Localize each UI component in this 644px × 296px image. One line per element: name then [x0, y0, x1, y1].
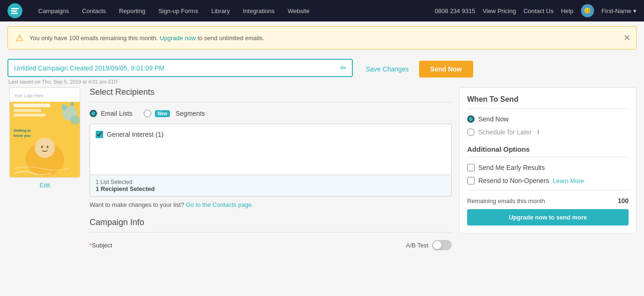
- svg-point-11: [35, 138, 55, 158]
- email-list-box: General Interest (1): [90, 124, 452, 175]
- send-now-label: Send Now: [478, 115, 509, 123]
- campaign-preview-thumbnail: Your Logo Here: [9, 87, 80, 178]
- send-now-option[interactable]: Send Now: [467, 115, 629, 123]
- segments-option[interactable]: New Segments: [144, 110, 205, 117]
- recipients-radio-group: Email Lists New Segments: [90, 110, 452, 117]
- selected-count: 1 List Selected: [96, 179, 446, 185]
- contacts-link-text: Want to make changes to your list? Go to…: [90, 201, 452, 208]
- subject-label: *Subject: [90, 242, 112, 249]
- alert-banner: ⚠ You only have 100 emails remaining thi…: [7, 26, 637, 49]
- nav-signup-forms[interactable]: Sign-up Forms: [152, 0, 204, 21]
- select-recipients-section: Select Recipients Email Lists New Segmen…: [90, 87, 452, 208]
- main-content: Your Logo Here: [0, 87, 644, 258]
- nav-contacts[interactable]: Contacts: [76, 0, 112, 21]
- save-changes-button[interactable]: Save Changes: [360, 62, 414, 77]
- nav-library[interactable]: Library: [205, 0, 237, 21]
- contacts-page-link[interactable]: Go to the Contacts page.: [186, 201, 253, 208]
- remaining-label: Remaining emails this month: [467, 197, 545, 204]
- svg-point-13: [47, 146, 49, 148]
- ab-test-toggle[interactable]: [432, 240, 452, 250]
- send-early-results-checkbox[interactable]: [467, 164, 475, 171]
- segments-radio[interactable]: [144, 110, 151, 117]
- nav-website[interactable]: Website: [281, 0, 316, 21]
- list-item: General Interest (1): [95, 129, 447, 140]
- nav-phone[interactable]: 0808 234 9315: [435, 7, 476, 14]
- svg-text:Getting to: Getting to: [14, 128, 31, 133]
- nav-campaigns[interactable]: Campaigns: [32, 0, 76, 21]
- upgrade-link[interactable]: Upgrade now: [160, 35, 196, 42]
- email-lists-label: Email Lists: [101, 110, 133, 117]
- logo[interactable]: [7, 3, 22, 18]
- right-panel: When To Send Send Now Schedule for Later…: [459, 87, 637, 233]
- user-avatar: 😊: [581, 4, 594, 17]
- header-actions: Save Changes Send Now: [360, 61, 473, 78]
- user-menu[interactable]: First-Name ▾: [602, 7, 637, 14]
- toggle-knob: [433, 241, 441, 249]
- new-badge: New: [155, 110, 170, 117]
- svg-point-6: [70, 115, 80, 125]
- send-early-results-row: Send Me Early Results: [467, 164, 629, 171]
- svg-text:know you: know you: [14, 134, 31, 138]
- segments-label: Segments: [175, 110, 205, 117]
- chevron-down-icon: ▾: [633, 7, 637, 14]
- schedule-later-option[interactable]: Schedule for Later ℹ: [467, 128, 629, 136]
- additional-options-title: Additional Options: [467, 145, 629, 157]
- campaign-info-section: Campaign Info *Subject A/B Test: [90, 218, 452, 250]
- upgrade-send-more-button[interactable]: Upgrade now to send more: [467, 209, 629, 226]
- svg-rect-8: [14, 109, 41, 112]
- alert-close-button[interactable]: ✕: [623, 34, 630, 42]
- header-bar: Untitled Campaign Created 2019/09/05, 9:…: [0, 54, 644, 87]
- when-to-send-title: When To Send: [467, 95, 629, 109]
- warning-icon: ⚠: [15, 32, 24, 43]
- svg-point-12: [41, 146, 43, 148]
- center-content: Select Recipients Email Lists New Segmen…: [82, 87, 459, 250]
- general-interest-checkbox[interactable]: [96, 131, 103, 138]
- email-lists-radio[interactable]: [90, 110, 97, 117]
- select-recipients-title: Select Recipients: [90, 87, 452, 102]
- svg-rect-7: [14, 104, 50, 107]
- svg-point-15: [70, 102, 74, 106]
- resend-label: Resend to Non-Openers: [478, 177, 549, 184]
- last-saved-text: Last saved on Thu, Sep 5, 2019 at 4:01 p…: [7, 79, 353, 85]
- subject-row: *Subject A/B Test: [90, 240, 452, 250]
- nav-help[interactable]: Help: [561, 7, 574, 14]
- campaign-title-input[interactable]: Untitled Campaign Created 2019/09/05, 9:…: [7, 59, 353, 77]
- left-preview: Your Logo Here: [7, 87, 82, 189]
- nav-right: 0808 234 9315 View Pricing Contact Us He…: [435, 4, 637, 17]
- campaign-info-title: Campaign Info: [90, 218, 452, 233]
- nav-contact-us[interactable]: Contact Us: [524, 7, 553, 14]
- nav-links: Campaigns Contacts Reporting Sign-up For…: [32, 0, 435, 21]
- learn-more-link[interactable]: Learn More: [553, 177, 584, 184]
- nav-reporting[interactable]: Reporting: [112, 0, 152, 21]
- schedule-later-radio[interactable]: [467, 128, 475, 136]
- svg-point-14: [62, 105, 67, 110]
- edit-icon[interactable]: ✏: [340, 63, 346, 72]
- remaining-count: 100: [618, 197, 629, 204]
- schedule-later-label: Schedule for Later: [478, 128, 532, 136]
- email-lists-option[interactable]: Email Lists: [90, 110, 133, 117]
- edit-link[interactable]: Edit: [40, 182, 50, 189]
- selected-recipients: 1 Recipient Selected: [96, 185, 446, 192]
- top-nav: Campaigns Contacts Reporting Sign-up For…: [0, 0, 644, 21]
- svg-rect-9: [14, 114, 46, 117]
- info-icon: ℹ: [537, 129, 539, 135]
- campaign-title-box: Untitled Campaign Created 2019/09/05, 9:…: [7, 59, 353, 85]
- when-radio-group: Send Now Schedule for Later ℹ: [467, 115, 629, 136]
- nav-view-pricing[interactable]: View Pricing: [483, 7, 516, 14]
- send-now-radio[interactable]: [467, 115, 475, 123]
- send-now-button[interactable]: Send Now: [419, 61, 473, 78]
- selected-summary: 1 List Selected 1 Recipient Selected: [90, 175, 452, 197]
- resend-non-openers-checkbox[interactable]: [467, 177, 475, 184]
- alert-text: You only have 100 emails remaining this …: [29, 35, 629, 42]
- nav-integrations[interactable]: Integrations: [236, 0, 281, 21]
- remaining-row: Remaining emails this month 100: [467, 190, 629, 204]
- svg-text:Your Logo Here: Your Logo Here: [14, 93, 43, 98]
- general-interest-label: General Interest (1): [107, 131, 163, 138]
- campaign-title-text: Untitled Campaign Created 2019/09/05, 9:…: [14, 64, 336, 72]
- send-early-label: Send Me Early Results: [478, 164, 545, 171]
- resend-non-openers-row: Resend to Non-Openers Learn More: [467, 177, 629, 184]
- ab-test-row: A/B Test: [406, 240, 452, 250]
- ab-test-label: A/B Test: [406, 242, 428, 249]
